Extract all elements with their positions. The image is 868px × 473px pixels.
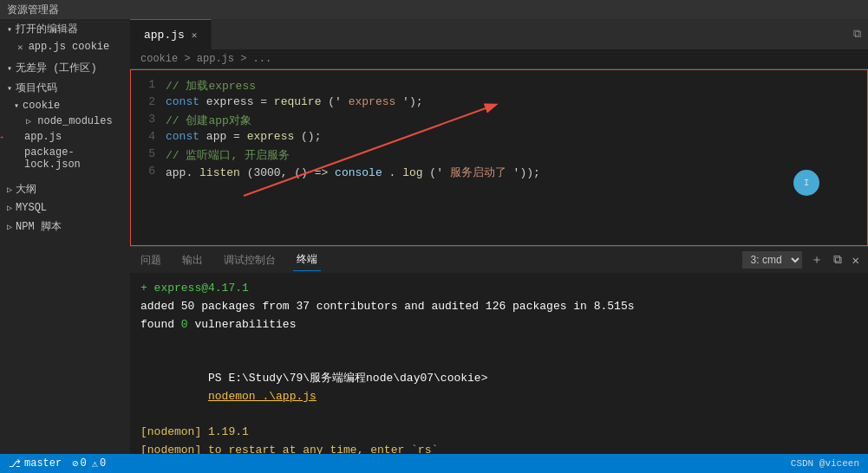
mysql-arrow: ▷: [7, 203, 12, 213]
panel-tab-problems[interactable]: 问题: [137, 249, 165, 271]
npm-scripts-section[interactable]: ▷ NPM 脚本: [0, 217, 130, 236]
line-content-1: // 加载express: [166, 78, 867, 94]
term-line-2: added 50 packages from 37 contributors a…: [140, 298, 858, 316]
node-modules-arrow: ▷: [26, 117, 31, 126]
package-lock-file[interactable]: package-lock.json: [0, 145, 130, 172]
warning-icon: ⚠: [92, 457, 98, 470]
line-num-1: 1: [131, 78, 166, 91]
node-modules-label: node_modules: [37, 115, 112, 127]
git-branch[interactable]: ⎇ master: [9, 457, 62, 470]
line-num-4: 4: [131, 130, 166, 143]
outline-section[interactable]: ▷ 大纲: [0, 179, 130, 199]
terminal-content[interactable]: + express@4.17.1 added 50 packages from …: [130, 273, 868, 454]
editor-panel: cookie > app.js > ... 1 // 加载express 2 c…: [130, 49, 868, 246]
git-branch-label: master: [24, 457, 62, 470]
project-arrow: ▾: [7, 83, 12, 94]
line-content-5: // 监听端口, 开启服务: [166, 147, 867, 163]
cookie-arrow: ▾: [14, 100, 19, 111]
line-num-5: 5: [131, 147, 166, 160]
warnings-label: 0: [100, 457, 106, 470]
status-bar: ⎇ master ⊘ 0 ⚠ 0 CSDN @viceen: [0, 454, 868, 473]
sidebar: ▾ 打开的编辑器 ✕ app.js cookie ▾ 无差异 (工作区) ▾ 项…: [0, 19, 130, 454]
term-line-3: found 0 vulnerabilities: [140, 316, 858, 334]
term-line-4: [140, 334, 858, 352]
line-content-2: const express = require (' express ');: [166, 95, 867, 108]
outline-label: 大纲: [16, 182, 36, 197]
npm-label: NPM 脚本: [16, 219, 62, 234]
mysql-label: MYSQL: [16, 202, 47, 214]
breadcrumb-text: cookie > app.js > ...: [140, 53, 271, 65]
term-line-6: [nodemon] 1.19.1: [140, 424, 858, 442]
add-terminal-icon[interactable]: ＋: [809, 250, 825, 269]
code-line-5: 5 // 监听端口, 开启服务: [131, 146, 867, 164]
line-content-3: // 创建app对象: [166, 113, 867, 128]
appjs-file[interactable]: app.js →: [0, 129, 130, 145]
status-right: CSDN @viceen: [791, 458, 859, 469]
line-num-3: 3: [131, 113, 166, 126]
panel-area: 问题 输出 调试控制台 终端 3: cmd ＋ ⧉ ✕ + express@4.…: [130, 246, 868, 454]
cookie-folder[interactable]: ▾ cookie: [0, 98, 130, 113]
open-editor-appjs[interactable]: ✕ app.js cookie: [0, 39, 130, 55]
line-content-6: app. listen (3000, () => console . log (…: [166, 165, 867, 180]
panel-tab-debug[interactable]: 调试控制台: [220, 249, 279, 271]
project-section[interactable]: ▾ 项目代码: [0, 78, 130, 98]
mysql-section[interactable]: ▷ MYSQL: [0, 199, 130, 217]
panel-tab-output[interactable]: 输出: [179, 249, 206, 271]
close-panel-icon[interactable]: ✕: [851, 251, 861, 269]
term-line-5: PS E:\Study\79\服务端编程node\day07\cookie> n…: [140, 352, 858, 424]
outline-arrow: ▷: [7, 185, 12, 195]
no-diff-arrow: ▾: [7, 63, 12, 74]
title-bar: 资源管理器: [0, 0, 868, 19]
tab-close-icon[interactable]: ✕: [192, 29, 198, 41]
open-editor-label: app.js cookie: [29, 41, 110, 53]
code-line-2: 2 const express = require (' express ');: [131, 94, 867, 112]
editor-breadcrumb: cookie > app.js > ...: [130, 49, 868, 69]
errors-label: 0: [80, 457, 86, 470]
errors-count[interactable]: ⊘ 0 ⚠ 0: [72, 457, 106, 470]
no-diff-section[interactable]: ▾ 无差异 (工作区): [0, 58, 130, 78]
error-icon: ⊘: [72, 457, 78, 470]
project-label: 项目代码: [16, 81, 57, 95]
cookie-label: cookie: [23, 100, 60, 112]
main-layout: ▾ 打开的编辑器 ✕ app.js cookie ▾ 无差异 (工作区) ▾ 项…: [0, 19, 868, 454]
content-area: app.js ✕ ⧉ cookie > app.js > ... 1 // 加载…: [130, 19, 868, 454]
open-editors-arrow: ▾: [7, 24, 12, 35]
term-nodemon-cmd: nodemon .\app.js: [208, 390, 317, 403]
tab-bar: app.js ✕ ⧉: [130, 19, 868, 49]
code-line-6: 6 app. listen (3000, () => console . log…: [131, 164, 867, 181]
editor-code-area[interactable]: 1 // 加载express 2 const express = require…: [130, 69, 868, 246]
split-terminal-icon[interactable]: ⧉: [832, 251, 844, 269]
open-editors-label: 打开的编辑器: [16, 22, 78, 36]
line-num-2: 2: [131, 95, 166, 108]
node-modules-folder[interactable]: ▷ node_modules: [0, 113, 130, 129]
csdn-label: CSDN @viceen: [791, 458, 859, 469]
appjs-label: app.js: [24, 131, 62, 143]
line-num-6: 6: [131, 165, 166, 178]
term-line-1: + express@4.17.1: [140, 280, 858, 298]
panel-tabs: 问题 输出 调试控制台 终端 3: cmd ＋ ⧉ ✕: [130, 247, 868, 273]
cookie-folder-group: ▾ cookie ▷ node_modules app.js → package…: [0, 98, 130, 172]
tab-appjs-label: app.js: [144, 29, 185, 42]
npm-arrow: ▷: [7, 222, 12, 232]
close-icon[interactable]: ✕: [17, 42, 23, 53]
terminal-selector[interactable]: 3: cmd: [742, 251, 802, 269]
red-arrow-indicator: →: [0, 131, 3, 144]
panel-controls: 3: cmd ＋ ⧉ ✕: [742, 250, 861, 269]
panel-tab-terminal[interactable]: 终端: [293, 249, 321, 271]
package-lock-label: package-lock.json: [24, 146, 81, 171]
sidebar-bottom: ▷ 大纲 ▷ MYSQL ▷ NPM 脚本: [0, 179, 130, 236]
title-label: 资源管理器: [7, 3, 59, 17]
code-line-3: 3 // 创建app对象: [131, 112, 867, 129]
split-editor-icon[interactable]: ⧉: [853, 28, 868, 41]
tab-appjs[interactable]: app.js ✕: [130, 19, 212, 49]
term-ps-prompt: PS E:\Study\79\服务端编程node\day07\cookie>: [208, 372, 494, 385]
no-diff-label: 无差异 (工作区): [16, 61, 97, 75]
line-content-4: const app = express ();: [166, 130, 867, 143]
code-line-4: 4 const app = express ();: [131, 129, 867, 146]
code-line-1: 1 // 加载express: [131, 77, 867, 94]
term-line-7: [nodemon] to restart at any time, enter …: [140, 442, 858, 454]
open-editors-section[interactable]: ▾ 打开的编辑器: [0, 19, 130, 39]
git-icon: ⎇: [9, 457, 21, 470]
